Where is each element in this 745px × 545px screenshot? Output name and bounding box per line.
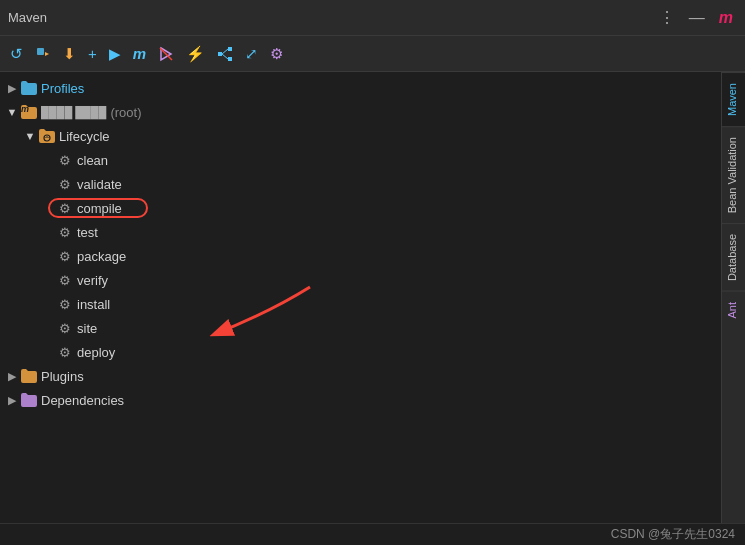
item-label: clean xyxy=(77,153,108,168)
expand-arrow-icon: ▼ xyxy=(4,106,20,118)
title-text: Maven xyxy=(8,10,655,25)
lightning-btn[interactable]: ⚡ xyxy=(182,42,209,66)
lifecycle-icon xyxy=(38,129,56,143)
item-label: Profiles xyxy=(41,81,84,96)
item-label: Lifecycle xyxy=(59,129,110,144)
refresh-btn[interactable]: ↺ xyxy=(6,42,27,66)
item-label: validate xyxy=(77,177,122,192)
item-label: Dependencies xyxy=(41,393,124,408)
gear-icon: ⚙ xyxy=(56,345,74,360)
item-label: verify xyxy=(77,273,108,288)
maven-logo-btn[interactable]: m xyxy=(129,42,150,65)
settings-btn[interactable]: ⚙ xyxy=(266,42,287,66)
gear-icon: ⚙ xyxy=(56,177,74,192)
maven-icon: m xyxy=(715,7,737,29)
ant-icon[interactable]: Ant xyxy=(722,291,745,329)
plugins-icon xyxy=(20,369,38,383)
svg-line-6 xyxy=(222,49,228,54)
svg-rect-5 xyxy=(228,57,232,61)
svg-line-7 xyxy=(222,54,228,59)
gear-icon: ⚙ xyxy=(56,153,74,168)
expand-arrow-icon: ▶ xyxy=(4,370,20,383)
title-bar: Maven ⋮ — m xyxy=(0,0,745,36)
item-label: test xyxy=(77,225,98,240)
item-label: deploy xyxy=(77,345,115,360)
toolbar: ↺ ⬇ + ▶ m ⚡ ⤢ ⚙ xyxy=(0,36,745,72)
download-btn[interactable]: ⬇ xyxy=(59,42,80,66)
list-item[interactable]: ⚙ install xyxy=(0,292,721,316)
item-label: site xyxy=(77,321,97,336)
list-item[interactable]: ▶ Plugins xyxy=(0,364,721,388)
list-item[interactable]: ⚙ deploy xyxy=(0,340,721,364)
list-item[interactable]: ▶ Profiles xyxy=(0,76,721,100)
add-btn[interactable]: + xyxy=(84,42,101,65)
item-label: package xyxy=(77,249,126,264)
tab-database[interactable]: Database xyxy=(722,223,745,291)
gear-icon: ⚙ xyxy=(56,225,74,240)
list-item[interactable]: ⚙ compile xyxy=(0,196,721,220)
skip-tests-btn[interactable] xyxy=(154,43,178,65)
gear-icon: ⚙ xyxy=(56,321,74,336)
item-label: ████ ████ xyxy=(41,106,106,118)
root-suffix: (root) xyxy=(110,105,141,120)
dependencies-icon xyxy=(20,393,38,407)
svg-rect-4 xyxy=(228,47,232,51)
diagram-btn[interactable] xyxy=(213,43,237,65)
expand-arrow-icon: ▶ xyxy=(4,394,20,407)
attribution-text: CSDN @兔子先生0324 xyxy=(611,526,735,543)
item-label: Plugins xyxy=(41,369,84,384)
gear-icon: ⚙ xyxy=(56,273,74,288)
tree-wrapper: ▶ Profiles ▼ m ████ ████ (root) xyxy=(0,72,721,523)
expand-btn[interactable]: ⤢ xyxy=(241,42,262,66)
reimport-btn[interactable] xyxy=(31,43,55,65)
gear-icon: ⚙ xyxy=(56,297,74,312)
minimize-btn[interactable]: — xyxy=(685,7,709,29)
list-item[interactable]: ▼ Lifecycle xyxy=(0,124,721,148)
gear-icon: ⚙ xyxy=(56,249,74,264)
expand-arrow-icon: ▶ xyxy=(4,82,20,95)
item-label: compile xyxy=(77,201,122,216)
list-item[interactable]: ⚙ package xyxy=(0,244,721,268)
tree-panel: ▶ Profiles ▼ m ████ ████ (root) xyxy=(0,72,721,416)
svg-rect-3 xyxy=(218,52,222,56)
gear-icon: ⚙ xyxy=(56,201,74,216)
list-item[interactable]: ▼ m ████ ████ (root) xyxy=(0,100,721,124)
expand-arrow-icon: ▼ xyxy=(22,130,38,142)
list-item[interactable]: ▶ Dependencies xyxy=(0,388,721,412)
svg-rect-0 xyxy=(37,48,44,55)
tab-bean-validation[interactable]: Bean Validation xyxy=(722,126,745,223)
list-item[interactable]: ⚙ verify xyxy=(0,268,721,292)
root-icon: m xyxy=(20,105,38,119)
bottom-bar: CSDN @兔子先生0324 xyxy=(0,523,745,545)
list-item[interactable]: ⚙ test xyxy=(0,220,721,244)
title-actions: ⋮ — m xyxy=(655,6,737,29)
list-item[interactable]: ⚙ validate xyxy=(0,172,721,196)
run-btn[interactable]: ▶ xyxy=(105,42,125,66)
list-item[interactable]: ⚙ clean xyxy=(0,148,721,172)
main-content: ▶ Profiles ▼ m ████ ████ (root) xyxy=(0,72,745,523)
right-tabs-panel: Maven Bean Validation Database Ant xyxy=(721,72,745,523)
item-label: install xyxy=(77,297,110,312)
tab-maven[interactable]: Maven xyxy=(722,72,745,126)
folder-icon xyxy=(20,81,38,95)
list-item[interactable]: ⚙ site xyxy=(0,316,721,340)
more-options-btn[interactable]: ⋮ xyxy=(655,6,679,29)
